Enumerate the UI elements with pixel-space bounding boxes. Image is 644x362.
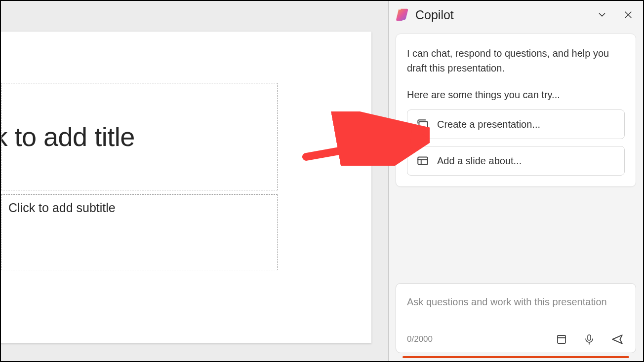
create-presentation-button[interactable]: Create a presentation... bbox=[407, 109, 625, 139]
accent-bar bbox=[402, 356, 629, 358]
send-icon bbox=[611, 333, 624, 346]
close-icon bbox=[623, 10, 633, 20]
slide-layout-icon bbox=[416, 154, 429, 167]
copilot-intro-card: I can chat, respond to questions, and he… bbox=[396, 34, 636, 187]
microphone-icon bbox=[583, 333, 595, 345]
copilot-header: Copilot bbox=[389, 1, 643, 29]
copilot-intro-text: I can chat, respond to questions, and he… bbox=[407, 46, 625, 75]
copilot-input[interactable]: Ask questions and work with this present… bbox=[396, 283, 636, 353]
presentation-stack-icon bbox=[416, 118, 429, 131]
book-icon bbox=[556, 333, 567, 345]
svg-rect-2 bbox=[419, 122, 427, 129]
suggestion-label: Add a slide about... bbox=[437, 155, 522, 167]
collapse-button[interactable] bbox=[596, 8, 608, 21]
suggestion-label: Create a presentation... bbox=[437, 119, 540, 130]
add-slide-button[interactable]: Add a slide about... bbox=[407, 146, 625, 176]
slide-workspace: lick to add title Click to add subtitle bbox=[1, 1, 388, 361]
microphone-button[interactable] bbox=[582, 332, 596, 346]
copilot-input-placeholder: Ask questions and work with this present… bbox=[407, 294, 625, 325]
svg-rect-6 bbox=[558, 335, 565, 343]
subtitle-placeholder-box[interactable]: Click to add subtitle bbox=[1, 194, 278, 270]
copilot-panel: Copilot I can chat, respond to questions… bbox=[388, 1, 643, 361]
chevron-down-icon bbox=[597, 9, 607, 20]
close-button[interactable] bbox=[622, 9, 634, 21]
copilot-body: I can chat, respond to questions, and he… bbox=[389, 29, 643, 283]
copilot-input-area: Ask questions and work with this present… bbox=[389, 283, 643, 361]
prompt-guide-button[interactable] bbox=[555, 332, 568, 346]
title-placeholder-text: lick to add title bbox=[1, 121, 135, 152]
subtitle-placeholder-text: Click to add subtitle bbox=[8, 201, 270, 215]
title-placeholder-box[interactable]: lick to add title bbox=[1, 83, 278, 190]
char-counter: 0/2000 bbox=[407, 334, 555, 344]
copilot-title: Copilot bbox=[415, 8, 590, 22]
send-button[interactable] bbox=[610, 332, 625, 347]
svg-rect-3 bbox=[418, 157, 428, 164]
copilot-logo-icon bbox=[396, 8, 409, 22]
svg-rect-8 bbox=[588, 335, 591, 340]
copilot-prompt-text: Here are some things you can try... bbox=[407, 89, 625, 101]
slide-canvas[interactable]: lick to add title Click to add subtitle bbox=[1, 32, 371, 343]
